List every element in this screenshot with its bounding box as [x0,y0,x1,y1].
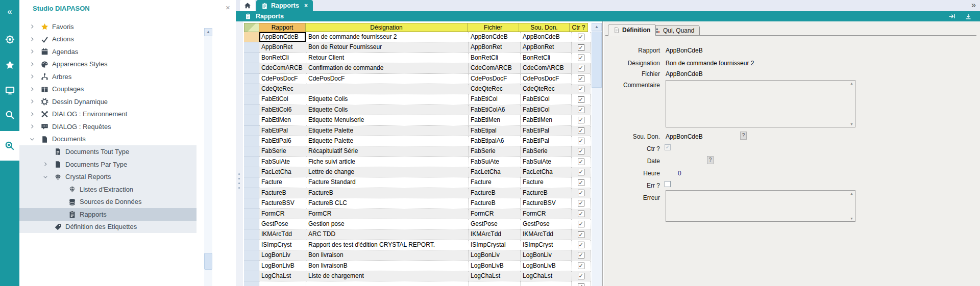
checkbox[interactable]: ✓ [578,138,584,144]
checkbox[interactable]: ✓ [578,148,584,154]
cell-ctr[interactable]: ✓ [572,281,591,286]
cell-designation[interactable] [306,84,469,94]
cell-ctr[interactable]: ✓ [572,42,591,53]
cell-ctr[interactable]: ✓ [572,240,591,250]
row-selector-cell[interactable] [244,250,259,261]
table-row[interactable]: LogBonLivBon livraisonLogBonLivLogBonLiv… [244,250,591,261]
checkbox[interactable]: ✓ [578,242,584,248]
table-row[interactable]: FacLetChaLettre de changeFacLetChaFacLet… [244,167,591,177]
checkbox[interactable]: ✓ [578,179,584,186]
cell-designation[interactable]: Rapport des test d'édition CRYSTAL REPOR… [306,240,469,250]
scroll-up-icon[interactable]: ▲ [204,28,212,36]
tree-item-arbres[interactable]: Arbres [19,70,197,83]
cell-ctr[interactable]: ✓ [572,32,591,42]
checkbox[interactable]: ✓ [578,86,584,92]
row-selector-cell[interactable] [244,240,259,250]
checkbox[interactable]: ✓ [578,65,584,71]
table-vertical-scrollbar[interactable]: ▲ [592,23,602,286]
cell-ctr[interactable]: ✓ [572,53,591,63]
cell-designation[interactable]: Bon livraisonB [306,261,469,271]
tree-item-definition-des-etiquettes[interactable]: Définition des Etiquettes [19,221,197,233]
cell-rapport[interactable]: LogChaLst [259,271,306,281]
tree-item-sources-de-donnees[interactable]: Sources de Données [19,196,197,209]
table-row[interactable]: CdePosDocFCdePosDocFCdePosDocFCdePosDocF… [244,74,591,84]
cell-fichier[interactable]: Facture [469,177,521,188]
cell-rapport[interactable]: AppBonRet [259,42,306,53]
cell-rapport[interactable]: FabEtiMen [259,115,306,125]
cell-ctr[interactable]: ✓ [572,94,591,105]
table-row[interactable]: CdeQteRecCdeQteRecCdeQteRec✓ [244,84,591,94]
commentaire-textarea[interactable]: ▲ ▼ [666,80,855,127]
checkbox[interactable]: ✓ [578,252,584,258]
cell-soudon[interactable]: LogBonLiv [521,250,572,261]
cell-rapport[interactable]: GestPose [259,219,306,229]
row-selector-cell[interactable] [244,281,259,286]
table-row[interactable]: LogBonLivBBon livraisonBLogBonLivBLogBon… [244,261,591,271]
cell-ctr[interactable]: ✓ [572,146,591,157]
cell-ctr[interactable]: ✓ [572,167,591,177]
row-selector-cell[interactable] [244,157,259,167]
cell-rapport[interactable]: FabEtiPal [259,126,306,136]
row-selector-cell[interactable] [244,32,259,42]
cell-soudon[interactable] [521,281,572,286]
collapse-sidebar-button[interactable]: « [0,3,19,20]
cell-soudon[interactable]: FabEtiCol [521,105,572,115]
row-selector-cell[interactable] [244,177,259,188]
row-selector-cell[interactable] [244,198,259,209]
cell-fichier[interactable]: FabEtiColA6 [469,105,521,115]
row-selector-cell[interactable] [244,74,259,84]
column-header-soudon[interactable]: Sou. Don. [519,23,570,32]
cell-rapport[interactable]: FactureBSV [259,198,306,209]
table-row[interactable]: LogChaLstListe de chargementLogChaLstLog… [244,271,591,281]
table-scrollbar-thumb[interactable] [592,32,602,88]
checkbox[interactable]: ✓ [578,263,584,269]
cell-ctr[interactable]: ✓ [572,105,591,115]
cell-fichier[interactable]: ISImpCrystal [469,240,521,250]
cell-designation[interactable]: Liste de chargement [306,271,469,281]
cell-rapport[interactable]: Facture [259,177,306,188]
row-selector-cell[interactable] [244,126,259,136]
cell-designation[interactable]: Etiquette Palette [306,126,469,136]
row-selector-cell[interactable] [244,53,259,63]
row-selector-cell[interactable] [244,42,259,53]
chevron-right-icon[interactable] [30,24,35,29]
cell-fichier[interactable]: AppBonCdeB [469,32,521,42]
tree-scrollbar[interactable]: ▲ [204,28,212,286]
cell-rapport[interactable]: FormCR [259,209,306,219]
tree-item-documents[interactable]: Documents [19,133,197,146]
checkbox[interactable]: ✓ [578,200,584,206]
checkbox[interactable]: ✓ [578,117,584,123]
cell-ctr[interactable]: ✓ [572,209,591,219]
cell-designation[interactable]: Etiquette Colis [306,94,469,105]
checkbox[interactable]: ✓ [578,44,584,51]
cell-soudon[interactable]: FabEtiPal [521,126,572,136]
cell-ctr[interactable]: ✓ [572,250,591,261]
row-selector-cell[interactable] [244,94,259,105]
cell-rapport[interactable]: FabEtiCol [259,94,306,105]
cell-fichier[interactable]: CdePosDocF [469,74,521,84]
cell-soudon[interactable]: FabSuiAte [521,157,572,167]
checkbox[interactable]: ✓ [578,75,584,82]
cell-rapport[interactable] [259,281,306,286]
checkbox[interactable]: ✓ [578,231,584,238]
tab-advance-icon[interactable] [947,12,957,21]
cell-fichier[interactable]: BonRetCli [469,53,521,63]
table-row[interactable]: IKMArcTddARC TDDIKMArcTddIKMArcTdd✓ [244,229,591,240]
cell-ctr[interactable]: ✓ [572,115,591,125]
chevron-right-icon[interactable] [30,62,35,67]
checkbox[interactable]: ✓ [578,273,584,279]
search-icon[interactable] [0,106,19,123]
tree-item-documents-par-type[interactable]: Documents Par Type [19,158,197,171]
tree-item-dessin-dynamique[interactable]: Dessin Dynamique [19,95,197,108]
tree-item-rapports[interactable]: Rapports [19,208,197,221]
cell-designation[interactable] [306,281,469,286]
cell-fichier[interactable]: FormCR [469,209,521,219]
cell-fichier[interactable]: GestPose [469,219,521,229]
cell-ctr[interactable]: ✓ [572,271,591,281]
sidebar-close-button[interactable]: × [226,4,230,11]
favorites-star-icon[interactable] [0,56,19,73]
row-selector-cell[interactable] [244,188,259,198]
cell-rapport[interactable]: IKMArcTdd [259,229,306,240]
cell-fichier[interactable]: FactureB [469,198,521,209]
table-row[interactable]: FabEtiColEtiquette ColisFabEtiColFabEtiC… [244,94,591,105]
